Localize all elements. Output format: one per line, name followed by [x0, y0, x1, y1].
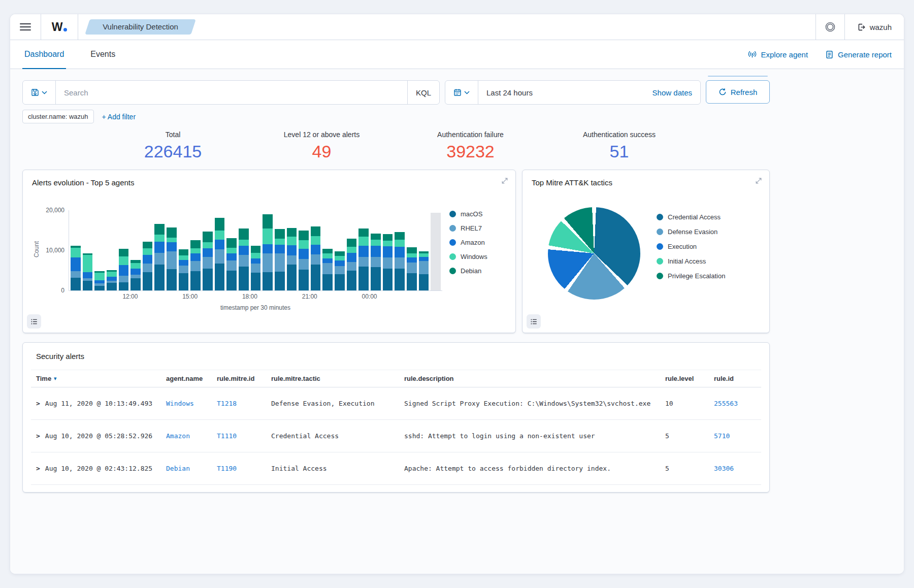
- search-input[interactable]: [56, 88, 407, 97]
- bar-segment-Debian: [322, 249, 333, 253]
- bar[interactable]: [287, 210, 297, 290]
- bar-segment-Windows: [335, 256, 345, 260]
- expand-panel-button[interactable]: [753, 175, 764, 186]
- rule-id-link[interactable]: 5710: [714, 432, 730, 440]
- pie-chart-area: Credential Access Defense Evasion Execut…: [532, 207, 760, 300]
- mitre-id-link[interactable]: T1190: [217, 465, 237, 472]
- agent-link[interactable]: Windows: [166, 400, 194, 407]
- add-filter-button[interactable]: + Add filter: [102, 113, 136, 121]
- query-bar: KQL Last 24 hours Show dates: [22, 80, 770, 105]
- bar[interactable]: [371, 210, 381, 290]
- filter-chip[interactable]: cluster.name: wazuh: [22, 110, 94, 123]
- bar-segment-Windows: [179, 255, 189, 260]
- bar[interactable]: [83, 210, 93, 290]
- rule-id-link[interactable]: 255563: [714, 400, 738, 407]
- expand-row-icon[interactable]: >: [36, 465, 40, 472]
- bar[interactable]: [419, 210, 429, 290]
- bar[interactable]: [347, 210, 357, 290]
- generate-report-button[interactable]: Generate report: [825, 50, 892, 59]
- expand-row-icon[interactable]: >: [36, 432, 40, 440]
- bar[interactable]: [143, 210, 153, 290]
- bar-segment-Windows: [190, 248, 201, 253]
- user-menu-button[interactable]: wazuh: [845, 14, 904, 40]
- bar[interactable]: [226, 210, 237, 290]
- table-row[interactable]: >Aug 10, 2020 @ 02:43:12.825 Debian T119…: [31, 452, 761, 485]
- bar-segment-Debian: [179, 249, 189, 255]
- legend-item[interactable]: RHEL7: [449, 224, 506, 232]
- bar-segment-macOS: [358, 267, 369, 290]
- legend-item[interactable]: Windows: [449, 253, 506, 260]
- time-range-value[interactable]: Last 24 hours: [478, 88, 644, 97]
- bar[interactable]: [251, 210, 261, 290]
- pie-chart[interactable]: [548, 207, 640, 300]
- saved-queries-button[interactable]: [23, 81, 56, 104]
- bar-segment-Amazon: [83, 272, 93, 279]
- tab-dashboard[interactable]: Dashboard: [22, 40, 66, 69]
- legend-item[interactable]: Initial Access: [657, 257, 760, 265]
- mitre-id-link[interactable]: T1218: [217, 400, 237, 407]
- bar[interactable]: [154, 210, 165, 290]
- bar[interactable]: [107, 210, 117, 290]
- legend-item[interactable]: Amazon: [449, 239, 506, 246]
- bar-segment-Debian: [190, 240, 201, 248]
- bar-segment-Windows: [94, 273, 105, 280]
- cell-agent: Windows: [161, 387, 212, 419]
- expand-row-icon[interactable]: >: [36, 400, 40, 407]
- refresh-button[interactable]: Refresh: [706, 80, 770, 104]
- bar[interactable]: [407, 210, 417, 290]
- kql-switch[interactable]: KQL: [407, 81, 439, 104]
- legend-item[interactable]: Credential Access: [657, 213, 760, 221]
- bar[interactable]: [179, 210, 189, 290]
- bar[interactable]: [275, 210, 285, 290]
- legend-dot: [657, 228, 663, 235]
- show-dates-button[interactable]: Show dates: [644, 88, 700, 97]
- bar[interactable]: [190, 210, 201, 290]
- chevron-down-icon: [42, 91, 47, 94]
- date-quick-select-button[interactable]: [445, 81, 478, 104]
- bar-segment-Amazon: [143, 255, 153, 264]
- table-row[interactable]: >Aug 10, 2020 @ 05:28:52.926 Amazon T111…: [31, 420, 761, 452]
- top-header: W Vulnerability Detection wazuh: [10, 14, 904, 40]
- legend-label: Privilege Escalation: [668, 272, 725, 280]
- bar[interactable]: [203, 210, 213, 290]
- wazuh-logo[interactable]: W: [41, 14, 78, 40]
- inspect-panel-button[interactable]: [527, 314, 541, 329]
- legend-label: RHEL7: [461, 224, 482, 232]
- inspect-panel-button[interactable]: [27, 314, 41, 329]
- bar-segment-Debian: [371, 234, 381, 240]
- health-status-button[interactable]: [816, 14, 844, 40]
- bar[interactable]: [130, 210, 141, 290]
- legend-item[interactable]: macOS: [449, 210, 506, 218]
- column-header-time[interactable]: Time▾: [31, 370, 161, 387]
- bar[interactable]: [322, 210, 333, 290]
- bar[interactable]: [167, 210, 177, 290]
- bar[interactable]: [215, 210, 225, 290]
- tab-events[interactable]: Events: [88, 40, 117, 69]
- rule-id-link[interactable]: 30306: [714, 465, 734, 472]
- bar[interactable]: [94, 210, 105, 290]
- legend-item[interactable]: Debian: [449, 267, 506, 275]
- bar[interactable]: [239, 210, 249, 290]
- menu-button[interactable]: [10, 14, 41, 40]
- legend-item[interactable]: Execution: [657, 243, 760, 250]
- legend-item[interactable]: Privilege Escalation: [657, 272, 760, 280]
- bar[interactable]: [299, 210, 309, 290]
- bar[interactable]: [71, 210, 81, 290]
- table-row[interactable]: >Aug 11, 2020 @ 10:13:49.493 Windows T12…: [31, 387, 761, 420]
- legend-label: macOS: [461, 210, 482, 218]
- legend-item[interactable]: Defense Evasion: [657, 228, 760, 236]
- expand-panel-button[interactable]: [499, 175, 510, 186]
- bar[interactable]: [395, 210, 405, 290]
- breadcrumb[interactable]: Vulnerability Detection: [87, 14, 193, 40]
- agent-link[interactable]: Amazon: [166, 432, 190, 440]
- bar[interactable]: [358, 210, 369, 290]
- agent-link[interactable]: Debian: [166, 465, 190, 472]
- mitre-id-link[interactable]: T1110: [217, 432, 237, 440]
- explore-agent-button[interactable]: Explore agent: [747, 50, 808, 59]
- bar[interactable]: [383, 210, 393, 290]
- bar[interactable]: [335, 210, 345, 290]
- bar-segment-Amazon: [275, 245, 285, 253]
- bar[interactable]: [119, 210, 129, 290]
- bar[interactable]: [311, 210, 321, 290]
- bar[interactable]: [263, 210, 273, 290]
